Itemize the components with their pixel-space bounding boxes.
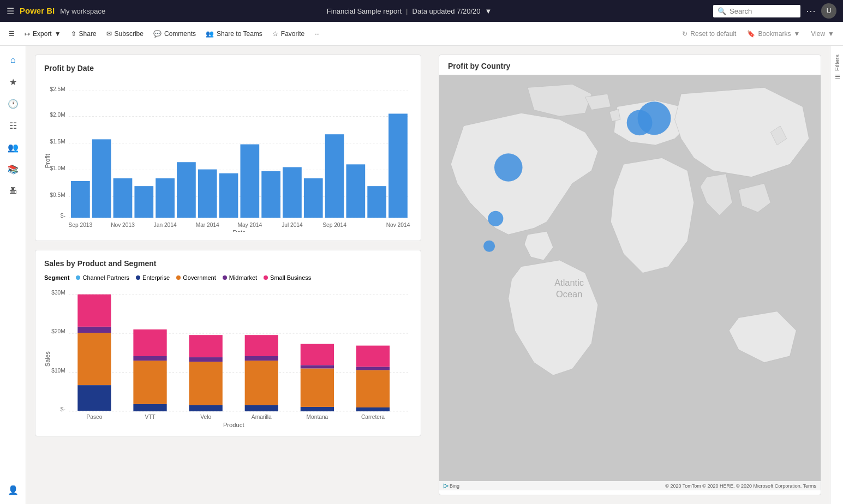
svg-text:Product: Product xyxy=(223,422,245,427)
sidebar-recent-icon[interactable]: 🕐 xyxy=(3,94,23,113)
bing-logo: ▷ Bing xyxy=(444,482,459,489)
subscribe-btn[interactable]: ✉ Subscribe xyxy=(102,28,148,40)
bookmarks-chevron: ▼ xyxy=(793,30,800,38)
carretera-enterprise[interactable] xyxy=(356,407,390,411)
share-teams-btn[interactable]: 👥 Share to Teams xyxy=(201,28,267,40)
bar-sep2015[interactable] xyxy=(325,134,344,218)
bookmarks-btn[interactable]: 🔖 Bookmarks ▼ xyxy=(743,28,804,40)
montana-smallbiz[interactable] xyxy=(301,344,334,365)
filter-icon: ☰ xyxy=(833,73,840,80)
paseo-midmarket[interactable] xyxy=(77,327,111,333)
amarilla-government[interactable] xyxy=(245,361,278,405)
export-icon: ↦ xyxy=(25,30,30,38)
bar-may2015[interactable] xyxy=(283,167,302,218)
search-input[interactable] xyxy=(730,7,796,15)
sidebar-learn-icon[interactable]: 📚 xyxy=(3,159,23,179)
legend-small-business[interactable]: Small Business xyxy=(264,274,311,281)
filters-toggle[interactable]: ☰ Filters xyxy=(833,50,840,85)
avatar[interactable]: U xyxy=(821,3,836,19)
svg-text:Profit: Profit xyxy=(44,153,51,168)
vtt-midmarket[interactable] xyxy=(133,356,166,361)
svg-text:$1.5M: $1.5M xyxy=(50,139,65,145)
carretera-government[interactable] xyxy=(356,370,390,407)
bar-jan2016[interactable] xyxy=(367,186,386,218)
bubble-mexico[interactable] xyxy=(488,211,503,226)
hamburger-icon[interactable]: ☰ xyxy=(7,6,14,16)
data-updated: Data updated 7/20/20 xyxy=(412,7,481,15)
profit-by-date-chart: $2.5M $2.0M $1.5M $1.0M $0.5M $- Profit xyxy=(44,79,412,232)
paseo-government[interactable] xyxy=(77,333,111,385)
bubble-canada[interactable] xyxy=(494,153,523,182)
sidebar-workspaces-icon[interactable]: 🖶 xyxy=(3,181,23,201)
paseo-enterprise[interactable] xyxy=(77,385,111,411)
small-business-dot xyxy=(264,275,268,280)
sidebar-apps-icon[interactable]: ☷ xyxy=(3,116,23,135)
montana-enterprise[interactable] xyxy=(301,407,334,411)
amarilla-midmarket[interactable] xyxy=(245,356,278,361)
bar-mar2014[interactable] xyxy=(134,186,153,218)
svg-text:Sep 2013: Sep 2013 xyxy=(69,222,93,228)
bar-nov2015[interactable] xyxy=(346,164,365,218)
reset-btn[interactable]: ↻ Reset to default xyxy=(678,28,740,40)
carretera-midmarket[interactable] xyxy=(356,367,390,370)
montana-midmarket[interactable] xyxy=(301,365,334,368)
bar-jul2015[interactable] xyxy=(304,178,323,218)
paseo-smallbiz[interactable] xyxy=(77,295,111,327)
legend-channel-partners[interactable]: Channel Partners xyxy=(76,274,129,281)
search-box[interactable]: 🔍 xyxy=(713,5,800,17)
legend-midmarket[interactable]: Midmarket xyxy=(223,274,257,281)
share-btn[interactable]: ⇧ Share xyxy=(67,28,101,40)
bubble-germany[interactable] xyxy=(638,101,671,135)
svg-text:$-: $- xyxy=(61,213,65,219)
view-btn[interactable]: View ▼ xyxy=(806,28,839,40)
velo-smallbiz[interactable] xyxy=(189,335,223,357)
hamburger-menu-btn[interactable]: ☰ xyxy=(4,28,19,40)
charts-right: Profit by Country xyxy=(430,46,830,504)
svg-text:$0.5M: $0.5M xyxy=(50,192,65,198)
bar-dec2014[interactable] xyxy=(388,113,408,218)
bar-jan2015[interactable] xyxy=(240,145,259,218)
sidebar-shared-icon[interactable]: 👥 xyxy=(3,137,23,157)
bar-may2014[interactable] xyxy=(156,178,175,218)
bar-mar2015[interactable] xyxy=(261,171,280,218)
sidebar-profile-icon[interactable]: 👤 xyxy=(3,480,23,500)
svg-text:Amarilla: Amarilla xyxy=(252,414,272,420)
more-options-icon[interactable]: ⋯ xyxy=(806,5,816,17)
bar-sep2014[interactable] xyxy=(198,170,217,218)
amarilla-enterprise[interactable] xyxy=(245,405,278,411)
top-bar: ☰ Power BI My workspace Financial Sample… xyxy=(0,0,843,22)
velo-government[interactable] xyxy=(189,362,223,405)
map-container[interactable]: Atlantic Ocean xyxy=(439,75,821,490)
logo: Power BI xyxy=(20,6,55,16)
bar-nov2014[interactable] xyxy=(219,173,238,218)
sidebar-favorites-icon[interactable]: ★ xyxy=(3,72,23,92)
vtt-enterprise[interactable] xyxy=(133,404,166,411)
charts-left: Profit by Date $2.5M $2.0M $1.5M $1.0M $… xyxy=(26,46,430,504)
more-toolbar-btn[interactable]: ··· xyxy=(310,28,324,40)
montana-government[interactable] xyxy=(301,368,334,406)
carretera-smallbiz[interactable] xyxy=(356,346,390,367)
bar-sep2013[interactable] xyxy=(71,181,90,218)
velo-enterprise[interactable] xyxy=(189,405,223,411)
dropdown-icon[interactable]: ▼ xyxy=(485,7,492,15)
bar-nov2013[interactable] xyxy=(92,139,111,218)
bubble-central-am[interactable] xyxy=(483,241,495,252)
vtt-government[interactable] xyxy=(133,361,166,404)
search-icon: 🔍 xyxy=(718,7,726,15)
comments-btn[interactable]: 💬 Comments xyxy=(149,28,200,40)
separator: | xyxy=(406,7,408,15)
amarilla-smallbiz[interactable] xyxy=(245,335,278,356)
channel-partners-dot xyxy=(76,275,80,280)
bar-jan2014[interactable] xyxy=(113,178,133,218)
segment-legend: Segment Channel Partners Enterprise Gove… xyxy=(44,274,412,281)
favorite-btn[interactable]: ☆ Favorite xyxy=(268,28,309,40)
bar-jul2014[interactable] xyxy=(177,162,196,218)
sidebar-home-icon[interactable]: ⌂ xyxy=(3,50,23,70)
export-btn[interactable]: ↦ Export ▼ xyxy=(20,28,65,40)
velo-midmarket[interactable] xyxy=(189,357,223,362)
svg-text:$1.0M: $1.0M xyxy=(50,165,65,171)
workspace-label[interactable]: My workspace xyxy=(60,7,105,15)
legend-government[interactable]: Government xyxy=(176,274,216,281)
legend-enterprise[interactable]: Enterprise xyxy=(136,274,170,281)
vtt-smallbiz[interactable] xyxy=(133,329,166,356)
